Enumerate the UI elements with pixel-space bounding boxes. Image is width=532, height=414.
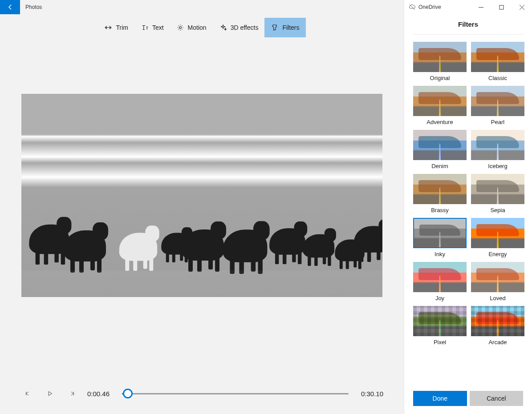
tool-label: Text	[152, 24, 164, 31]
tool-label: Motion	[188, 24, 207, 31]
filter-thumb	[471, 86, 524, 116]
maximize-button[interactable]	[491, 0, 512, 14]
thumb-image	[414, 219, 466, 247]
filter-thumb	[413, 306, 467, 336]
thumb-image	[471, 130, 524, 160]
close-icon	[520, 5, 524, 10]
filter-label: Brassy	[431, 207, 449, 213]
filter-adventure[interactable]: Adventure	[413, 86, 467, 125]
thumb-image	[471, 42, 524, 72]
filter-sepia[interactable]: Sepia	[471, 174, 524, 213]
panel-title: Filters	[413, 14, 523, 35]
tool-text[interactable]: Text	[134, 18, 170, 37]
close-button[interactable]	[512, 0, 532, 14]
done-button[interactable]: Done	[413, 391, 467, 406]
filter-arcade[interactable]: Arcade	[471, 306, 524, 346]
tool-trim[interactable]: Trim	[98, 18, 134, 37]
filter-pixel[interactable]: Pixel	[413, 306, 467, 346]
filter-brassy[interactable]: Brassy	[413, 174, 467, 213]
svg-point-0	[179, 27, 181, 29]
thumb-image	[413, 174, 467, 204]
seek-slider[interactable]	[122, 388, 349, 399]
filter-loved[interactable]: Loved	[471, 262, 524, 301]
filter-label: Pixel	[434, 339, 446, 346]
filter-thumb	[413, 42, 467, 72]
seek-track	[122, 393, 349, 394]
back-button[interactable]	[0, 0, 20, 14]
filter-label: Adventure	[426, 119, 453, 125]
svg-rect-1	[500, 5, 504, 9]
onedrive-label: OneDrive	[418, 4, 441, 10]
filter-pearl[interactable]: Pearl	[471, 86, 524, 125]
trim-icon	[104, 24, 112, 32]
filter-thumb	[471, 174, 524, 204]
preview-image	[182, 229, 224, 261]
minimize-icon	[479, 5, 483, 10]
tool-filters[interactable]: Filters	[264, 18, 305, 37]
current-time: 0:00.46	[87, 390, 114, 398]
cloud-off-icon	[409, 4, 416, 11]
filter-label: Original	[430, 75, 450, 81]
thumb-image	[413, 262, 467, 292]
filter-thumb	[413, 218, 467, 248]
tool-label: Trim	[116, 24, 128, 31]
thumb-image	[413, 130, 467, 160]
panel-footer: Done Cancel	[404, 384, 532, 414]
preview-image	[223, 229, 268, 262]
filter-thumb	[471, 130, 524, 160]
filter-inky[interactable]: Inky	[413, 218, 467, 257]
cancel-button[interactable]: Cancel	[470, 391, 524, 406]
frame-forward-button[interactable]	[65, 386, 79, 401]
filter-label: Joy	[435, 295, 444, 301]
toolbar: Trim Text Motion 3D effects Filters	[0, 18, 404, 37]
app-title: Photos	[25, 4, 42, 10]
filter-label: Arcade	[488, 339, 507, 346]
preview-image	[21, 94, 382, 297]
filter-thumb	[413, 130, 467, 160]
maximize-icon	[499, 5, 504, 10]
filter-classic[interactable]: Classic	[471, 42, 524, 81]
frame-forward-icon	[69, 390, 76, 397]
preview-image	[269, 228, 305, 255]
tool-motion[interactable]: Motion	[170, 18, 213, 37]
onedrive-status[interactable]: OneDrive	[409, 4, 441, 11]
preview-image	[303, 234, 334, 258]
sparkle-icon	[219, 24, 227, 32]
filter-thumb	[471, 218, 524, 248]
play-button[interactable]	[43, 386, 57, 401]
thumb-image	[413, 86, 467, 116]
filter-denim[interactable]: Denim	[413, 130, 467, 169]
total-time: 0:30.10	[357, 390, 383, 398]
frame-back-icon	[24, 390, 31, 397]
preview-image	[119, 233, 158, 261]
tool-3d-effects[interactable]: 3D effects	[213, 18, 265, 37]
filter-label: Energy	[488, 251, 507, 257]
filter-thumb	[471, 262, 524, 292]
preview-image	[21, 270, 382, 297]
thumb-image	[413, 42, 467, 72]
motion-icon	[176, 24, 184, 32]
filter-original[interactable]: Original	[413, 42, 467, 81]
filter-label: Sepia	[490, 207, 505, 213]
tool-label: 3D effects	[231, 24, 259, 31]
video-preview[interactable]	[21, 94, 382, 297]
seek-knob[interactable]	[123, 389, 133, 398]
filter-iceberg[interactable]: Iceberg	[471, 130, 524, 169]
tool-label: Filters	[282, 24, 299, 31]
thumb-image	[471, 86, 524, 116]
filter-thumb	[471, 306, 524, 336]
filter-thumb	[413, 86, 467, 116]
filter-joy[interactable]: Joy	[413, 262, 467, 301]
thumb-image	[471, 174, 524, 204]
filters-icon	[271, 24, 279, 32]
play-icon	[46, 390, 53, 397]
filter-energy[interactable]: Energy	[471, 218, 524, 257]
minimize-button[interactable]	[471, 0, 491, 14]
frame-back-button[interactable]	[20, 386, 35, 401]
filter-thumb	[413, 262, 467, 292]
filter-label: Loved	[490, 295, 505, 301]
filter-thumb	[413, 174, 467, 204]
player-controls: 0:00.46 0:30.10	[20, 386, 383, 401]
text-icon	[141, 24, 149, 32]
filter-label: Classic	[488, 75, 507, 81]
